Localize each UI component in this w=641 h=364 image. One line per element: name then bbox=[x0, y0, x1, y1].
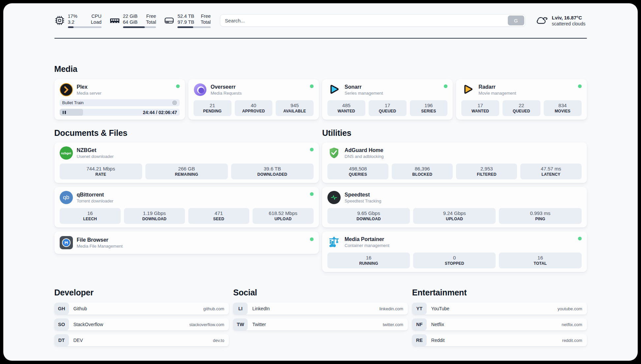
dashboard-canvas: 17% 3.2 CPU Load bbox=[3, 3, 638, 361]
search-input[interactable] bbox=[220, 14, 525, 27]
disk-stat: 52.4 TB 97.9 TB Free Total bbox=[164, 13, 211, 28]
app-card-portainer[interactable]: Media Portainer Container management 16R… bbox=[322, 231, 587, 272]
stat-queries: 498,508QUERIES bbox=[327, 164, 388, 179]
status-dot bbox=[176, 84, 180, 88]
stat-upload: 618.52 MbpsUPLOAD bbox=[253, 208, 314, 224]
app-card-nzbget[interactable]: nzbget NZBGet Usenet downloader 744.21 M… bbox=[54, 142, 319, 183]
app-card-radarr[interactable]: Radarr Movie management 17WANTED 22QUEUE… bbox=[456, 79, 587, 120]
speedtest-icon bbox=[327, 191, 341, 204]
link-abbr: RE bbox=[412, 334, 427, 346]
app-subtitle: Series management bbox=[345, 90, 383, 96]
app-name: AdGuard Home bbox=[345, 147, 384, 154]
pause-button[interactable] bbox=[63, 111, 66, 114]
nzbget-icon: nzbget bbox=[60, 146, 73, 160]
link-github[interactable]: GH Github github.com bbox=[54, 303, 229, 315]
now-playing-title: Bullet Train bbox=[62, 100, 84, 105]
ram-icon bbox=[109, 15, 120, 26]
plex-icon bbox=[60, 83, 73, 96]
link-linkedin[interactable]: LI LinkedIn linkedin.com bbox=[233, 303, 408, 315]
section-title-entertainment: Entertainment bbox=[412, 288, 587, 297]
link-domain: youtube.com bbox=[558, 306, 582, 311]
link-domain: reddit.com bbox=[562, 338, 582, 343]
app-subtitle: Media File Management bbox=[77, 243, 123, 249]
ram-free-label: Free bbox=[146, 14, 156, 19]
ram-free-value: 22 GiB bbox=[123, 14, 137, 19]
app-name: Media Portainer bbox=[345, 236, 389, 243]
weather-summary: Lviv, 16.87°C bbox=[552, 15, 586, 21]
search-engine-button[interactable]: G bbox=[508, 15, 524, 25]
stat-pending: 21PENDING bbox=[194, 100, 231, 116]
disk-icon bbox=[164, 15, 174, 26]
link-abbr: SO bbox=[54, 318, 69, 330]
qbittorrent-icon: qb bbox=[60, 191, 73, 204]
app-card-sonarr[interactable]: Sonarr Series management 485WANTED 17QUE… bbox=[322, 79, 453, 120]
stat-filtered: 2,953FILTERED bbox=[456, 164, 517, 179]
app-subtitle: Media server bbox=[77, 90, 102, 96]
link-abbr: DT bbox=[54, 334, 69, 346]
link-twitter[interactable]: TW Twitter twitter.com bbox=[233, 318, 408, 330]
link-domain: netflix.com bbox=[562, 322, 582, 327]
link-youtube[interactable]: YT YouTube youtube.com bbox=[412, 303, 587, 315]
stat-queued: 22QUEUED bbox=[503, 100, 540, 116]
status-dot bbox=[310, 192, 314, 196]
app-name: qBittorrent bbox=[77, 192, 113, 198]
weather-widget: Lviv, 16.87°C scattered clouds bbox=[535, 14, 587, 27]
app-name: Radarr bbox=[478, 84, 516, 90]
status-dot bbox=[310, 148, 314, 151]
link-domain: dev.to bbox=[213, 338, 224, 343]
playback-time: 24:44 / 02:06:47 bbox=[143, 110, 177, 115]
link-abbr: NF bbox=[412, 318, 427, 330]
stat-available: 945AVAILABLE bbox=[276, 100, 314, 116]
stat-queued: 17QUEUED bbox=[369, 100, 407, 116]
cpu-usage-label: CPU bbox=[91, 14, 102, 19]
section-title-media: Media bbox=[54, 64, 587, 74]
disk-progress-bar bbox=[177, 26, 211, 28]
ram-stat: 22 GiB 64 GiB Free Total bbox=[109, 13, 156, 28]
playback-progress: 24:44 / 02:06:47 bbox=[60, 109, 180, 116]
sonarr-icon bbox=[327, 83, 341, 96]
cpu-progress-bar bbox=[68, 26, 102, 28]
section-title-documents: Documents & Files bbox=[54, 128, 319, 138]
status-dot bbox=[310, 84, 314, 88]
link-name: Twitter bbox=[252, 322, 266, 327]
stat-wanted: 485WANTED bbox=[327, 100, 365, 116]
stat-remaining: 266 GBREMAINING bbox=[145, 164, 228, 179]
stat-downloaded: 39.6 TBDOWNLOADED bbox=[231, 164, 314, 179]
app-name: File Browser bbox=[77, 237, 123, 243]
app-card-plex[interactable]: Plex Media server Bullet Train bbox=[54, 79, 185, 120]
app-card-speedtest[interactable]: Speedtest Speedtest Tracking 9.65 GbpsDO… bbox=[322, 187, 587, 228]
section-title-social: Social bbox=[233, 288, 408, 297]
status-dot bbox=[578, 84, 582, 88]
app-card-filebrowser[interactable]: File Browser Media File Management bbox=[54, 231, 319, 254]
stat-blocked: 86,396BLOCKED bbox=[392, 164, 453, 179]
stat-seed: 471SEED bbox=[188, 208, 249, 224]
portainer-icon bbox=[327, 235, 341, 249]
weather-condition: scattered clouds bbox=[552, 21, 586, 27]
link-stackoverflow[interactable]: SO StackOverflow stackoverflow.com bbox=[54, 318, 229, 330]
link-netflix[interactable]: NF Netflix netflix.com bbox=[412, 318, 587, 330]
stat-stopped: 0STOPPED bbox=[413, 253, 496, 268]
app-card-adguard[interactable]: AdGuard Home DNS and adblocking 498,508Q… bbox=[322, 142, 587, 183]
resource-monitor: 17% 3.2 CPU Load bbox=[54, 13, 211, 28]
link-name: StackOverflow bbox=[74, 322, 103, 327]
link-dev[interactable]: DT DEV dev.to bbox=[54, 334, 229, 346]
stat-download: 9.65 GbpsDOWNLOAD bbox=[327, 208, 410, 224]
stat-ping: 0.993 msPING bbox=[499, 208, 581, 224]
stat-series: 196SERIES bbox=[410, 100, 448, 116]
filebrowser-icon bbox=[60, 236, 73, 249]
section-title-developer: Developer bbox=[54, 288, 229, 297]
stat-movies: 834MOVIES bbox=[544, 100, 582, 116]
disk-free-label: Free bbox=[201, 14, 211, 19]
cpu-load-value: 3.2 bbox=[68, 19, 75, 25]
disk-free-value: 52.4 TB bbox=[177, 14, 194, 19]
app-subtitle: Movie management bbox=[478, 90, 516, 96]
app-card-qbittorrent[interactable]: qb qBittorrent Torrent downloader 16LEEC… bbox=[54, 187, 319, 228]
link-reddit[interactable]: RE Reddit reddit.com bbox=[412, 334, 587, 346]
status-dot bbox=[578, 237, 582, 240]
ram-total-label: Total bbox=[146, 19, 156, 25]
top-bar: 17% 3.2 CPU Load bbox=[54, 12, 587, 29]
status-dot bbox=[310, 237, 314, 241]
app-name: Plex bbox=[77, 84, 102, 90]
app-card-overseerr[interactable]: Overseerr Media Requests 21PENDING 40APP… bbox=[188, 79, 319, 120]
stat-total: 16TOTAL bbox=[499, 253, 581, 268]
